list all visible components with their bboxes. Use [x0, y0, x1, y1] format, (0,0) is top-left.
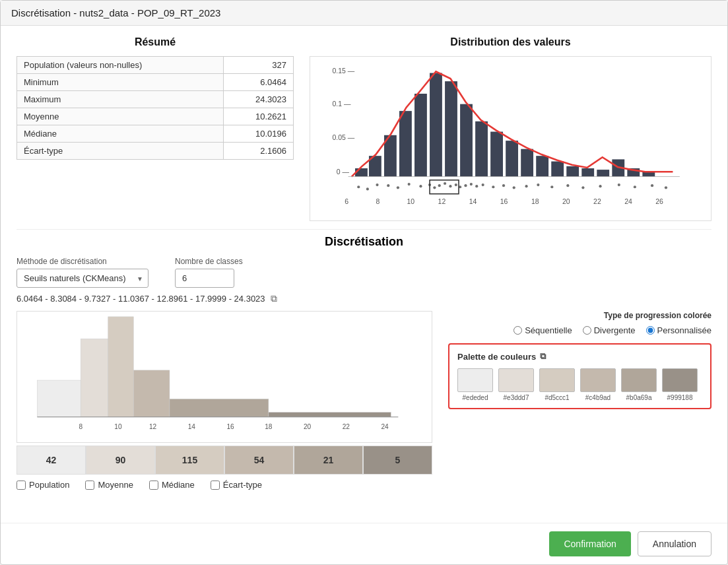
discretisation-section: Discrétisation Méthode de discrétisation…	[17, 229, 711, 490]
svg-point-35	[444, 182, 446, 185]
checkbox-population[interactable]	[17, 481, 26, 490]
stat-value: 6.0464	[223, 74, 293, 91]
main-content: Résumé Population (valeurs non-nulles)32…	[1, 26, 727, 523]
color-swatch[interactable]	[580, 368, 616, 392]
svg-rect-69	[81, 339, 108, 417]
svg-rect-14	[506, 141, 518, 176]
histogram-chart: 8 10 12 14 16 18 20 22 24	[17, 311, 432, 443]
title-bar: Discrétisation - nuts2_data - POP_09_RT_…	[1, 1, 727, 26]
class-count-cell: 54	[224, 446, 294, 475]
checkbox-item-écart-type[interactable]: Écart-type	[211, 480, 262, 490]
color-swatch[interactable]	[498, 368, 534, 392]
svg-point-34	[438, 184, 441, 187]
svg-point-40	[470, 183, 473, 185]
swatch-wrapper[interactable]: #c4b9ad	[580, 368, 616, 401]
svg-rect-17	[551, 162, 564, 177]
color-swatch[interactable]	[662, 368, 698, 392]
checkbox-item-moyenne[interactable]: Moyenne	[85, 480, 133, 490]
color-type-option-div[interactable]: Divergente	[583, 325, 636, 335]
svg-point-41	[475, 185, 478, 187]
radio-cust[interactable]	[646, 326, 655, 335]
svg-rect-16	[536, 156, 548, 176]
swatch-wrapper[interactable]: #e3ddd7	[498, 368, 534, 401]
svg-point-33	[433, 186, 436, 189]
svg-text:0.1 —: 0.1 —	[332, 100, 350, 108]
svg-text:24: 24	[381, 423, 389, 430]
num-classes-control-group: Nombre de classes 6	[175, 257, 243, 288]
checkbox-label: Moyenne	[98, 480, 133, 490]
stat-label: Moyenne	[17, 108, 224, 125]
class-count-cell: 5	[363, 446, 432, 475]
palette-header: Palette de couleurs ⧉	[457, 351, 702, 362]
checkbox-écart-type[interactable]	[211, 481, 220, 490]
svg-text:16: 16	[226, 423, 234, 430]
swatch-wrapper[interactable]: #999188	[662, 368, 698, 401]
top-section: Résumé Population (valeurs non-nulles)32…	[17, 36, 711, 221]
stat-value: 24.3023	[223, 91, 293, 108]
copy-palette-icon[interactable]: ⧉	[540, 351, 546, 362]
svg-rect-12	[475, 121, 488, 177]
svg-text:18: 18	[531, 198, 539, 205]
svg-point-28	[387, 184, 389, 187]
threshold-values: 6.0464 - 8.3084 - 9.7327 - 11.0367 - 12.…	[17, 294, 265, 304]
svg-point-44	[502, 184, 505, 187]
svg-point-52	[618, 183, 620, 186]
color-swatch[interactable]	[621, 368, 657, 392]
checkbox-moyenne[interactable]	[85, 481, 94, 490]
color-swatch[interactable]	[539, 368, 575, 392]
disc-controls: Méthode de discrétisation Seuils naturel…	[17, 257, 711, 288]
radio-seq[interactable]	[513, 326, 522, 335]
copy-icon[interactable]: ⧉	[271, 293, 277, 304]
checkbox-item-population[interactable]: Population	[17, 480, 69, 490]
swatch-label: #e3ddd7	[504, 394, 529, 401]
checkbox-item-médiane[interactable]: Médiane	[149, 480, 195, 490]
method-select-wrapper[interactable]: Seuils naturels (CKMeans) ▼	[17, 269, 149, 288]
confirm-button[interactable]: Confirmation	[549, 531, 630, 556]
stats-row: Maximum24.3023	[17, 91, 294, 108]
svg-rect-20	[597, 170, 609, 176]
swatch-label: #c4b9ad	[585, 394, 611, 401]
svg-rect-10	[445, 81, 457, 176]
svg-point-36	[449, 185, 451, 187]
svg-point-48	[550, 185, 553, 188]
color-swatch[interactable]	[457, 368, 493, 392]
radio-label-cust: Personnalisée	[657, 325, 711, 335]
palette-label: Palette de couleurs	[457, 352, 536, 362]
swatch-label: #b0a69a	[626, 394, 652, 401]
main-window: Discrétisation - nuts2_data - POP_09_RT_…	[0, 0, 728, 565]
svg-rect-15	[521, 149, 533, 177]
method-select[interactable]: Seuils naturels (CKMeans)	[17, 269, 149, 288]
stats-row: Population (valeurs non-nulles)327	[17, 57, 294, 74]
svg-point-47	[537, 183, 539, 186]
stat-label: Médiane	[17, 125, 224, 143]
svg-point-54	[651, 184, 653, 187]
swatch-wrapper[interactable]: #d5ccc1	[539, 368, 575, 401]
checkbox-label: Médiane	[162, 480, 195, 490]
svg-text:12: 12	[438, 198, 446, 205]
distribution-chart: 0.15 — 0.1 — 0.05 — 0 —	[310, 56, 711, 221]
color-type-option-cust[interactable]: Personnalisée	[646, 325, 711, 335]
palette-box: Palette de couleurs ⧉ #ededed #e3ddd7 #d…	[448, 343, 711, 409]
swatch-wrapper[interactable]: #ededed	[457, 368, 493, 401]
svg-text:20: 20	[304, 423, 312, 430]
color-type-option-seq[interactable]: Séquentielle	[513, 325, 572, 335]
radio-div[interactable]	[583, 326, 591, 335]
num-classes-input[interactable]: 6	[175, 269, 234, 288]
svg-rect-8	[414, 94, 427, 177]
class-count-cell: 21	[294, 446, 363, 475]
swatch-wrapper[interactable]: #b0a69a	[621, 368, 657, 401]
checkbox-médiane[interactable]	[149, 481, 158, 490]
svg-text:22: 22	[343, 423, 350, 430]
resume-panel: Résumé Population (valeurs non-nulles)32…	[17, 36, 294, 160]
svg-point-30	[408, 183, 411, 185]
svg-point-43	[492, 185, 494, 188]
cancel-button[interactable]: Annulation	[638, 531, 711, 556]
distribution-title: Distribution des valeurs	[310, 36, 711, 48]
stats-row: Écart-type2.1606	[17, 143, 294, 160]
svg-text:24: 24	[624, 198, 632, 205]
svg-rect-73	[269, 413, 391, 417]
svg-rect-7	[399, 111, 412, 176]
svg-text:6: 6	[345, 198, 348, 205]
svg-rect-13	[490, 132, 503, 177]
stats-row: Minimum6.0464	[17, 74, 294, 91]
